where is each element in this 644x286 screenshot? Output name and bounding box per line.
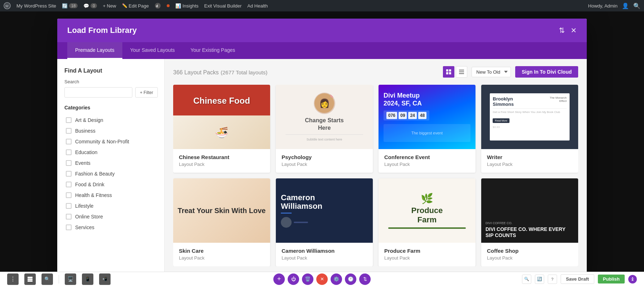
modal-header-actions: ⇅ ✕	[559, 26, 577, 35]
grid-view-button[interactable]	[443, 66, 454, 78]
layout-card-psychology[interactable]: 👩 Change StartsHere Subtitle text conten…	[276, 85, 373, 173]
card-name-cameron: Cameron Williamson	[282, 248, 367, 254]
toolbar-dots-button[interactable]: ⋮	[7, 273, 19, 285]
category-checkbox-lifestyle	[66, 203, 72, 209]
category-checkbox-fashion	[66, 171, 72, 177]
layout-card-produce-farm[interactable]: 🌿 ProduceFarm Produce Farm Layout Pack	[379, 178, 475, 266]
rows-icon	[28, 277, 33, 282]
toolbar-search-button[interactable]: 🔍	[42, 273, 53, 285]
card-name-psychology: Psychology	[282, 154, 367, 160]
layout-card-conference[interactable]: Divi Meetup2024, SF, CA 076 09 24 48 The…	[379, 85, 475, 173]
admin-bar-right: Howdy, Admin 👤 🔍	[588, 3, 640, 9]
card-name-writer: Writer	[487, 154, 572, 160]
category-business[interactable]: Business	[64, 125, 157, 136]
edit-page-item[interactable]: ✏️ Edit Page	[122, 3, 149, 9]
wp-logo-item[interactable]: W	[4, 2, 11, 9]
refresh-button[interactable]: 🔄	[535, 275, 544, 284]
close-button[interactable]: ✕	[316, 273, 328, 285]
toolbar-right: 🔍 🔄 ? Save Draft Publish	[522, 274, 637, 284]
new-item[interactable]: + New	[103, 3, 116, 9]
modal-close-icon[interactable]: ✕	[571, 26, 577, 35]
card-thumb-psychology: 👩 Change StartsHere Subtitle text conten…	[276, 85, 373, 149]
category-fashion-beauty[interactable]: Fashion & Beauty	[64, 168, 157, 179]
search-small-button[interactable]: 🔍	[522, 275, 531, 284]
svg-rect-5	[449, 69, 451, 72]
insights-item[interactable]: 📊 Insights	[175, 3, 199, 9]
power-button[interactable]: ⏻	[288, 273, 299, 285]
list-view-button[interactable]	[456, 66, 467, 78]
layout-card-cameron[interactable]: CameronWilliamson Cameron Williamson Lay…	[276, 178, 373, 266]
user-greeting[interactable]: Howdy, Admin	[588, 3, 618, 9]
toolbar-grid-button[interactable]	[24, 273, 36, 285]
category-community[interactable]: Community & Non-Profit	[64, 136, 157, 147]
category-services[interactable]: Services	[64, 222, 157, 233]
modal-body: Find A Layout Search + Filter Categories…	[57, 59, 587, 273]
modal-title: Load From Library	[67, 26, 137, 35]
trash-button[interactable]: 🗑️	[302, 273, 313, 285]
toolbar-divider-1	[59, 275, 59, 283]
card-name-chinese: Chinese Restaurant	[179, 154, 264, 160]
site-name[interactable]: My WordPress Site	[16, 3, 56, 9]
bottom-toolbar: ⋮ 🔍 🖥️ 📱 📲 + ⏻ 🗑️ ✕ ⚙️ 🕐 ⇅ 🔍 🔄 ? Save Dr…	[0, 272, 644, 286]
category-events[interactable]: Events	[64, 158, 157, 168]
card-name-skin: Skin Care	[179, 248, 264, 254]
settings-gear-button[interactable]: ⚙️	[331, 273, 342, 285]
content-header: 366 Layout Packs (2677 Total layouts)	[173, 66, 578, 78]
category-online-store[interactable]: Online Store	[64, 211, 157, 222]
user-avatar-icon[interactable]: 👤	[622, 3, 629, 9]
layout-card-skin-care[interactable]: Treat Your Skin With Love Skin Care Layo…	[173, 178, 270, 266]
card-type-cameron: Layout Pack	[282, 255, 367, 261]
accessibility-button[interactable]	[628, 275, 637, 283]
modal-overlay: Load From Library ⇅ ✕ Premade Layouts Yo…	[0, 11, 644, 272]
category-checkbox-online-store	[66, 214, 72, 220]
modal-settings-icon[interactable]: ⇅	[559, 26, 565, 35]
exit-builder-item[interactable]: Exit Visual Builder	[204, 3, 242, 9]
category-food-drink[interactable]: Food & Drink	[64, 179, 157, 190]
divi-icon: d	[155, 3, 161, 9]
search-bar-icon[interactable]: 🔍	[633, 3, 640, 9]
comments-item[interactable]: 💬 0	[83, 3, 97, 9]
columns-button[interactable]: ⇅	[359, 273, 371, 285]
tab-existing-pages[interactable]: Your Existing Pages	[183, 42, 243, 59]
category-checkbox-food	[66, 182, 72, 187]
svg-rect-6	[446, 72, 448, 74]
header-actions: New To Old Old To New A to Z Z to A Sign…	[443, 66, 578, 78]
save-draft-button[interactable]: Save Draft	[561, 274, 594, 284]
category-checkbox-health	[66, 192, 72, 198]
category-checkbox-education	[66, 149, 72, 155]
layout-count: 366 Layout Packs (2677 Total layouts)	[173, 68, 267, 76]
category-art-design[interactable]: Art & Design	[64, 115, 157, 125]
updates-item[interactable]: 🔄 18	[62, 3, 78, 9]
card-type-psychology: Layout Pack	[282, 162, 367, 167]
toolbar-desktop-button[interactable]: 🖥️	[65, 273, 76, 285]
tab-saved-layouts[interactable]: Your Saved Layouts	[122, 42, 183, 59]
ad-health-item[interactable]: Ad Health	[247, 3, 268, 9]
admin-bar: W My WordPress Site 🔄 18 💬 0 + New ✏️ Ed…	[0, 0, 644, 11]
search-input[interactable]	[64, 87, 132, 98]
history-button[interactable]: 🕐	[345, 273, 356, 285]
tab-premade-layouts[interactable]: Premade Layouts	[67, 42, 122, 59]
svg-rect-13	[28, 280, 33, 282]
sort-select[interactable]: New To Old Old To New A to Z Z to A	[472, 67, 511, 77]
add-section-button[interactable]: +	[273, 273, 285, 285]
layout-card-chinese-restaurant[interactable]: Chinese Food 🍜 Chinese Restaurant Layout…	[173, 85, 270, 173]
category-health-fitness[interactable]: Health & Fitness	[64, 190, 157, 201]
card-thumb-produce: 🌿 ProduceFarm	[379, 178, 475, 243]
toolbar-mobile-button[interactable]: 📲	[99, 273, 111, 285]
category-lifestyle[interactable]: Lifestyle	[64, 201, 157, 211]
layout-card-writer[interactable]: BrooklynSimmons The MonarchEffect Get a …	[481, 85, 578, 173]
svg-text:d: d	[156, 4, 158, 8]
toolbar-tablet-button[interactable]: 📱	[82, 273, 93, 285]
card-thumb-skin: Treat Your Skin With Love	[173, 178, 270, 243]
sign-in-divi-cloud-button[interactable]: Sign In To Divi Cloud	[515, 66, 578, 78]
filter-button[interactable]: + Filter	[135, 87, 158, 98]
publish-button[interactable]: Publish	[598, 275, 625, 283]
category-checkbox-events	[66, 160, 72, 166]
help-button[interactable]: ?	[548, 275, 557, 284]
layout-card-coffee-shop[interactable]: DIVI COFFEE CO. DIVI COFFEE CO. WHERE EV…	[481, 178, 578, 266]
svg-rect-10	[459, 73, 464, 74]
category-education[interactable]: Education	[64, 147, 157, 158]
card-info-cameron: Cameron Williamson Layout Pack	[276, 243, 373, 266]
svg-rect-12	[28, 278, 33, 280]
toolbar-left: ⋮ 🔍 🖥️ 📱 📲	[7, 273, 111, 285]
